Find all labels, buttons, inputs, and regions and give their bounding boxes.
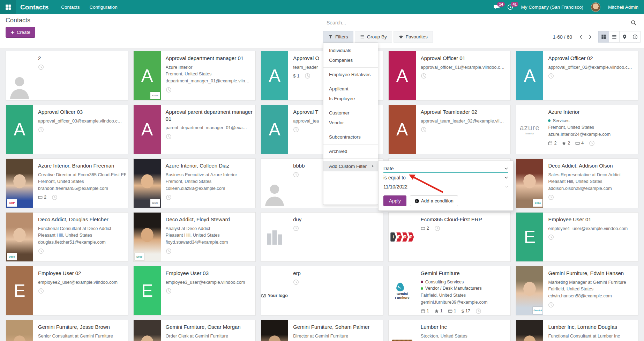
search-icon[interactable]	[631, 20, 636, 25]
activity-clock-icon[interactable]	[38, 64, 44, 70]
activity-clock-icon[interactable]	[38, 248, 44, 254]
contact-card[interactable]: iERPEcom365 Cloud-First ERP2	[388, 212, 511, 262]
filter-option-vendor[interactable]: Vendor	[323, 118, 378, 128]
favourites-button[interactable]: Favourites	[394, 31, 433, 43]
card-stat-badge[interactable]: 1	[448, 309, 456, 313]
nav-menu-contacts[interactable]: Contacts	[61, 5, 80, 10]
contact-card[interactable]: Gemini Furniture, Oscar MorganOrder Cler…	[133, 320, 256, 341]
company-switcher[interactable]: My Company (San Francisco)	[521, 5, 583, 10]
activity-clock-icon[interactable]	[305, 73, 310, 79]
contact-card[interactable]: AApproval Officer 02approval_officer_02@…	[516, 51, 638, 101]
user-avatar[interactable]	[591, 2, 600, 12]
filter-option-is-employee[interactable]: Is Employee	[323, 94, 378, 104]
contact-card[interactable]: Lumber Inc, Lorraine DouglasFunctional C…	[516, 320, 638, 341]
contact-card[interactable]: AApproval parent department manager 01pa…	[133, 105, 256, 154]
activity-clock-icon[interactable]	[166, 87, 172, 93]
filter-field-select[interactable]: Date	[383, 164, 508, 173]
activity-clock-icon[interactable]	[166, 134, 172, 140]
contact-card[interactable]: DecoDeco Addict, Douglas FletcherFunctio…	[6, 212, 128, 262]
card-stat-badge[interactable]: 4	[575, 141, 584, 146]
search-input[interactable]	[323, 20, 631, 26]
add-custom-filter-item[interactable]: Add Custom Filter	[323, 161, 378, 171]
contact-card[interactable]: 2	[6, 51, 128, 101]
pager-next-button[interactable]	[585, 31, 594, 43]
card-stat-badge[interactable]: 2	[562, 141, 570, 146]
activity-clock-icon[interactable]	[293, 172, 299, 178]
activity-clock-icon[interactable]	[421, 73, 427, 79]
activity-clock-icon[interactable]	[589, 140, 595, 146]
contact-card[interactable]: Gemini Furniture, Soham PalmerDirector a…	[261, 320, 383, 341]
contact-name: Deco Addict, Douglas Fletcher	[38, 216, 126, 223]
filter-option-subcontractors[interactable]: Subcontractors	[323, 132, 378, 142]
activities-button[interactable]: 41	[507, 4, 513, 10]
activity-clock-icon[interactable]	[293, 127, 299, 133]
filters-button-label: Filters	[335, 34, 348, 39]
activity-clock-icon[interactable]	[434, 225, 440, 231]
contact-card[interactable]: Gemini Furniture, Jesse BrownSenior Cons…	[6, 320, 128, 341]
card-stat-badge[interactable]: $17	[462, 309, 470, 314]
messages-button[interactable]: 14	[494, 4, 500, 10]
card-stat-badge[interactable]: $1	[293, 73, 299, 79]
activity-clock-icon[interactable]	[475, 308, 481, 314]
filter-option-employee-relatives[interactable]: Employee Relatives	[323, 70, 378, 80]
contact-card[interactable]: iERPAzure Interior, Brandon FreemanCreat…	[6, 158, 128, 208]
activity-clock-icon[interactable]	[548, 234, 554, 240]
activity-clock-icon[interactable]	[421, 127, 427, 133]
contact-card[interactable]: DecoDeco Addict, Addison OlsonSales Repr…	[516, 158, 638, 208]
contact-card[interactable]: AApproval Officer 01approval_officer_01@…	[388, 51, 511, 101]
contact-card[interactable]: duy	[261, 212, 383, 262]
create-button[interactable]: Create	[6, 27, 35, 38]
contact-card[interactable]: DecoDeco Addict, Floyd StewardAnalyst at…	[133, 212, 256, 262]
activity-clock-icon[interactable]	[166, 288, 172, 294]
filter-option-customer[interactable]: Customer	[323, 108, 378, 118]
filter-option-companies[interactable]: Companies	[323, 55, 378, 65]
activity-clock-icon[interactable]	[38, 127, 44, 133]
filter-option-archived[interactable]: Archived	[323, 147, 378, 156]
filter-date-input[interactable]: 11/10/2022	[383, 183, 508, 191]
contact-card[interactable]: AApproval Officer 03approval_officer_03@…	[6, 105, 128, 154]
activity-clock-icon[interactable]	[548, 302, 554, 308]
contact-card[interactable]: azure— interior —Azure InteriorServicesF…	[516, 105, 638, 154]
list-view-button[interactable]	[609, 31, 620, 43]
group-by-button[interactable]: Group By	[355, 31, 392, 43]
activity-view-button[interactable]	[630, 31, 641, 43]
activity-clock-icon[interactable]	[38, 288, 44, 294]
filter-option-applicant[interactable]: Applicant	[323, 84, 378, 94]
nav-menu-configuration[interactable]: Configuration	[90, 5, 118, 10]
contact-card[interactable]: AApproval Teamleader 02approval_team_lea…	[388, 105, 511, 154]
contact-card[interactable]: GeminiGemini Furniture, Edwin HansenMark…	[516, 266, 638, 316]
activity-clock-icon[interactable]	[548, 73, 554, 79]
apps-menu-button[interactable]	[0, 0, 16, 14]
card-stat-badge[interactable]: 2	[38, 195, 46, 200]
contact-card[interactable]: GeminiFurnitureGemini FurnitureConsultin…	[388, 266, 511, 316]
activity-clock-icon[interactable]	[293, 279, 299, 285]
card-stat-badge[interactable]: 1	[434, 309, 443, 313]
activity-clock-icon[interactable]	[52, 194, 58, 200]
activity-clock-icon[interactable]	[548, 194, 554, 200]
filter-operator-select[interactable]: is equal to	[383, 173, 508, 182]
contact-name: Approval Teamleader 02	[421, 109, 509, 116]
card-icon	[575, 141, 580, 146]
user-menu[interactable]: Mitchell Admin	[608, 5, 638, 10]
contact-card[interactable]: LUMBER INCLumber IncStockton, United Sta…	[388, 320, 511, 341]
contact-card[interactable]: AazureApproval department manager 01Azur…	[133, 51, 256, 101]
contact-card[interactable]: Your logoerp	[261, 266, 383, 316]
filter-option-individuals[interactable]: Individuals	[323, 46, 378, 55]
activity-clock-icon[interactable]	[166, 194, 172, 200]
card-stat-badge[interactable]: 1	[421, 309, 429, 313]
map-view-button[interactable]	[619, 31, 630, 43]
filters-button[interactable]: Filters	[323, 31, 353, 43]
activity-clock-icon[interactable]	[293, 225, 299, 231]
add-condition-button[interactable]: Add a condition	[410, 195, 458, 206]
kanban-view-button[interactable]	[598, 31, 609, 43]
contact-card[interactable]: azureAzure Interior, Colleen DiazBusines…	[133, 158, 256, 208]
contact-card[interactable]: EEmployee User 03employee3_user@example.…	[133, 266, 256, 316]
apply-button[interactable]: Apply	[383, 195, 406, 206]
card-stat-badge[interactable]: 2	[421, 226, 429, 231]
activity-clock-icon[interactable]	[166, 248, 172, 254]
contact-card[interactable]: EEmployee User 01employee1_user@example.…	[516, 212, 638, 262]
card-stat-badge[interactable]: 2	[548, 141, 556, 146]
pager-previous-button[interactable]	[576, 31, 585, 43]
contact-tag: Vendor / Desk Manufacturers	[421, 285, 509, 292]
contact-card[interactable]: EEmployee User 02employee2_user@example.…	[6, 266, 128, 316]
